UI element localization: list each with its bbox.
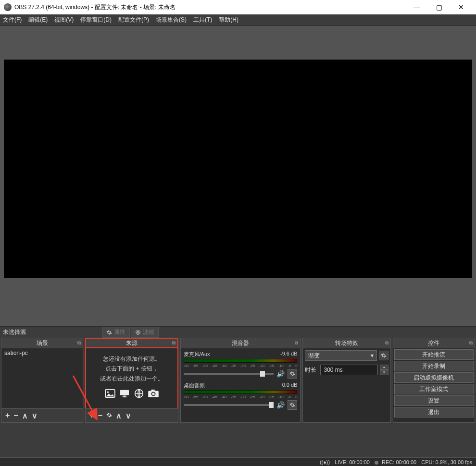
exit-button[interactable]: 退出 <box>394 407 474 417</box>
hint-line2: 点击下面的 + 按钮， <box>89 364 174 373</box>
move-scene-down-button[interactable]: ∨ <box>32 411 38 420</box>
transitions-dock: 转场特效 ⧉ 渐变 ▾ 时长 300 ms ▴▾ <box>302 338 390 423</box>
menu-profile[interactable]: 配置文件(P) <box>118 16 149 24</box>
svg-rect-8 <box>122 396 126 397</box>
live-label: LIVE: <box>335 459 348 465</box>
mixer-dock: 混音器 ⧉ 麦克风/Aux -9.6 dB -60-55-50-45-40-35… <box>180 338 301 423</box>
menu-tools[interactable]: 工具(T) <box>193 16 212 24</box>
duration-spinner[interactable]: ▴▾ <box>380 365 388 375</box>
preview-canvas[interactable] <box>4 60 472 278</box>
menu-dock[interactable]: 停靠窗口(D) <box>80 16 112 24</box>
mic-meter <box>184 359 298 363</box>
add-source-button[interactable]: + <box>89 411 94 420</box>
filters-icon <box>135 330 141 335</box>
status-bar: ((●)) LIVE: 00:00:00 REC: 00:00:00 CPU: … <box>0 457 476 466</box>
spin-up-icon[interactable]: ▴ <box>380 365 388 370</box>
svg-rect-11 <box>151 390 154 392</box>
maximize-button[interactable]: ▢ <box>428 0 450 14</box>
menu-scene-collection[interactable]: 场景集合(S) <box>156 16 187 24</box>
mic-settings-button[interactable] <box>288 369 297 379</box>
start-virtualcam-button[interactable]: 启动虚拟摄像机 <box>394 372 474 383</box>
menu-help[interactable]: 帮助(H) <box>219 16 238 24</box>
hint-line1: 您还没有添加任何源。 <box>89 354 174 364</box>
controls-title: 控件 <box>428 339 439 347</box>
menu-view[interactable]: 视图(V) <box>54 16 74 24</box>
window-title: OBS 27.2.4 (64-bit, windows) - 配置文件: 未命名… <box>14 3 406 12</box>
mic-name: 麦克风/Aux <box>184 351 210 358</box>
studio-mode-button[interactable]: 工作室模式 <box>394 384 474 394</box>
move-source-up-button[interactable]: ∧ <box>116 411 122 420</box>
transition-type-select[interactable]: 渐变 ▾ <box>305 350 376 361</box>
mixer-header[interactable]: 混音器 ⧉ <box>180 338 301 348</box>
rec-label: REC: <box>382 459 394 465</box>
move-source-down-button[interactable]: ∨ <box>125 411 131 420</box>
spin-down-icon[interactable]: ▾ <box>380 370 388 375</box>
close-button[interactable]: ✕ <box>450 0 472 14</box>
scenes-footer: + − ∧ ∨ <box>1 408 83 423</box>
duration-label: 时长 <box>305 366 318 374</box>
obs-logo-icon <box>4 3 12 11</box>
move-scene-up-button[interactable]: ∧ <box>22 411 28 420</box>
properties-button[interactable]: 属性 <box>102 327 130 338</box>
desktop-name: 桌面音频 <box>184 382 205 389</box>
transition-type-value: 渐变 <box>308 352 320 360</box>
desktop-db: 0.0 dB <box>282 382 298 389</box>
preview-area <box>0 26 476 326</box>
network-icon: ((●)) <box>320 459 330 465</box>
scene-item[interactable]: sation-pc <box>1 348 83 358</box>
mic-volume-slider[interactable] <box>184 373 274 375</box>
speaker-icon[interactable]: 🔊 <box>276 401 285 409</box>
popout-icon[interactable]: ⧉ <box>77 340 81 346</box>
mic-scale: -60-55-50-45-40-35-30-25-20-15-10-50 <box>184 364 298 368</box>
menu-edit[interactable]: 编辑(E) <box>28 16 48 24</box>
live-time: 00:00:00 <box>349 459 370 465</box>
popout-icon[interactable]: ⧉ <box>385 340 388 346</box>
menu-bar: 文件(F) 编辑(E) 视图(V) 停靠窗口(D) 配置文件(P) 场景集合(S… <box>0 14 476 26</box>
window-title-bar: OBS 27.2.4 (64-bit, windows) - 配置文件: 未命名… <box>0 0 476 14</box>
controls-dock: 控件 ⧉ 开始推流 开始录制 启动虚拟摄像机 工作室模式 设置 退出 <box>393 338 475 423</box>
duration-input[interactable]: 300 ms <box>320 365 377 375</box>
sources-header[interactable]: 来源 ⧉ <box>85 338 178 348</box>
svg-point-13 <box>152 392 154 395</box>
rec-status: REC: 00:00:00 <box>375 459 416 465</box>
transition-settings-button[interactable] <box>379 351 388 360</box>
settings-button[interactable]: 设置 <box>394 395 474 406</box>
start-streaming-button[interactable]: 开始推流 <box>394 349 474 360</box>
source-toolbar: 未选择源 属性 滤镜 <box>0 326 476 338</box>
remove-scene-button[interactable]: − <box>13 411 18 420</box>
sources-footer: + − ∧ ∨ <box>85 408 178 423</box>
popout-icon[interactable]: ⧉ <box>295 340 298 346</box>
scenes-header[interactable]: 场景 ⧉ <box>1 338 83 348</box>
source-settings-button[interactable] <box>106 411 112 420</box>
popout-icon[interactable]: ⧉ <box>469 340 473 346</box>
transitions-body: 渐变 ▾ 时长 300 ms ▴▾ <box>302 348 390 423</box>
desktop-settings-button[interactable] <box>288 400 297 410</box>
controls-header[interactable]: 控件 ⧉ <box>393 338 475 348</box>
svg-rect-7 <box>123 396 125 397</box>
sources-hint-icons <box>86 388 177 399</box>
cpu-status: CPU: 0.9%, 30.00 fps <box>421 459 472 465</box>
speaker-icon[interactable]: 🔊 <box>276 370 285 378</box>
rec-time: 00:00:00 <box>396 459 416 465</box>
mixer-title: 混音器 <box>232 339 249 347</box>
popout-icon[interactable]: ⧉ <box>172 340 175 346</box>
desktop-meter <box>184 390 298 394</box>
menu-file[interactable]: 文件(F) <box>3 16 22 24</box>
minimize-button[interactable]: — <box>406 0 428 14</box>
live-status: LIVE: 00:00:00 <box>335 459 370 465</box>
chevron-down-icon: ▾ <box>371 352 374 359</box>
gear-icon <box>106 330 112 335</box>
mixer-channel-desktop: 桌面音频 0.0 dB -60-55-50-45-40-35-30-25-20-… <box>181 380 301 411</box>
mixer-body: 麦克风/Aux -9.6 dB -60-55-50-45-40-35-30-25… <box>180 348 301 423</box>
filters-button[interactable]: 滤镜 <box>131 327 159 338</box>
add-scene-button[interactable]: + <box>5 411 10 420</box>
transitions-title: 转场特效 <box>335 339 358 347</box>
monitor-icon <box>118 388 131 399</box>
scenes-title: 场景 <box>37 339 48 347</box>
desktop-volume-slider[interactable] <box>184 404 274 406</box>
remove-source-button[interactable]: − <box>98 411 102 420</box>
start-recording-button[interactable]: 开始录制 <box>394 361 474 371</box>
image-icon <box>104 388 116 399</box>
mixer-channel-mic: 麦克风/Aux -9.6 dB -60-55-50-45-40-35-30-25… <box>181 348 301 380</box>
transitions-header[interactable]: 转场特效 ⧉ <box>302 338 390 348</box>
